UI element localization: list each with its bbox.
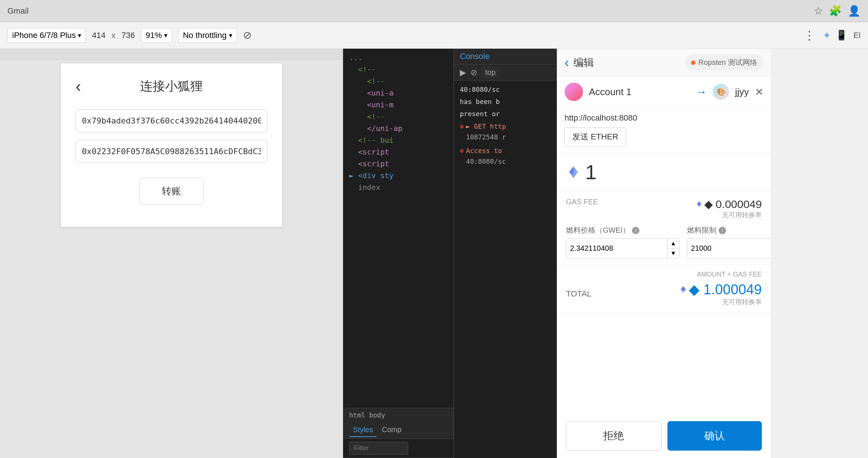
transfer-button[interactable]: 转账: [139, 178, 204, 205]
gmail-tab[interactable]: Gmail: [7, 6, 28, 16]
zoom-chevron-icon: ▾: [164, 31, 167, 39]
fuel-limit-group: 燃料限制 i ▲ ▼: [687, 225, 771, 259]
device-selector[interactable]: iPhone 6/7/8 Plus ▾: [7, 28, 86, 43]
console-header: Console: [454, 49, 557, 65]
fuel-limit-input[interactable]: [687, 239, 771, 258]
gas-eth-icon: [695, 201, 703, 208]
extensions-icon[interactable]: 🧩: [829, 5, 842, 17]
dimensions-x: x: [111, 31, 115, 40]
code-line: <!-- bui: [349, 134, 448, 146]
throttle-chevron-icon: ▾: [229, 31, 232, 39]
console-context[interactable]: top: [482, 67, 499, 78]
metamask-back-btn[interactable]: ‹: [565, 55, 569, 70]
url-section: http://localhost:8080 发送 ETHER: [557, 107, 771, 153]
address-field-2[interactable]: [76, 140, 267, 163]
inspect-icon[interactable]: ⌖: [824, 30, 830, 41]
total-no-rate: 无可用转换率: [679, 298, 762, 306]
devtools-more-options[interactable]: ⋮: [801, 27, 818, 44]
fuel-price-down-btn[interactable]: ▼: [667, 249, 679, 258]
console-error-1: ⊗ ► GET http 10872548 r: [460, 120, 551, 144]
metamask-top-bar: ‹ 编辑 Ropsten 测试网络: [557, 49, 771, 77]
gas-fee-amount: ◆ 0.000049: [695, 198, 762, 211]
gas-no-rate: 无可用转换率: [695, 211, 762, 219]
error-icon-1: ⊗: [460, 121, 464, 143]
device-chevron-icon: ▾: [78, 31, 81, 39]
breadcrumb: html body: [343, 408, 454, 422]
mobile-preview: ‹ 连接小狐狸 转账: [0, 49, 343, 458]
fuel-limit-label: 燃料限制: [687, 225, 716, 235]
code-area: ... <!-- <!-- <uni-a <uni-m <!-- </uni-a…: [343, 49, 454, 408]
send-ether-btn[interactable]: 发送 ETHER: [565, 127, 626, 146]
panel-close-btn[interactable]: ✕: [755, 86, 763, 98]
console-play-btn[interactable]: ▶: [460, 68, 466, 77]
fuel-price-input[interactable]: [566, 239, 667, 258]
tab-styles[interactable]: Styles: [349, 423, 376, 437]
fuel-limit-info-icon[interactable]: i: [719, 227, 726, 234]
tab-computed[interactable]: Comp: [378, 423, 405, 437]
total-label: TOTAL: [566, 289, 591, 299]
to-name: jjyy: [735, 86, 749, 98]
metamask-panel: ‹ 编辑 Ropsten 测试网络 Account 1 → 🎨 jjyy ✕ h…: [557, 49, 771, 458]
code-line: <uni-m: [349, 99, 448, 111]
eth-amount-display: 1: [585, 160, 597, 184]
console-messages: 40:8080/sc has been b present or ⊗ ► GET…: [454, 81, 557, 458]
bookmark-icon[interactable]: ☆: [814, 5, 823, 17]
code-line: <script: [349, 146, 448, 158]
code-line: <!--: [349, 111, 448, 122]
url-display: http://localhost:8080: [565, 113, 763, 123]
console-tab[interactable]: Console: [460, 52, 490, 61]
throttle-label: No throttling: [183, 31, 227, 40]
profile-icon[interactable]: 👤: [848, 5, 861, 17]
styles-filter-input[interactable]: [349, 442, 408, 455]
total-section: AMOUNT + GAS FEE TOTAL ◆ 1.000049 无可用转换率: [557, 265, 771, 313]
ropsten-dot: [691, 60, 695, 65]
reject-button[interactable]: 拒绝: [566, 421, 662, 451]
account-name: Account 1: [589, 86, 689, 98]
to-avatar: 🎨: [713, 84, 729, 100]
code-line: ► <div sty: [349, 170, 448, 181]
action-buttons: 拒绝 确认: [557, 414, 771, 458]
ropsten-badge: Ropsten 测试网络: [685, 55, 763, 70]
amount-gas-label: AMOUNT + GAS FEE: [566, 271, 762, 278]
account-arrow-btn[interactable]: →: [695, 85, 707, 99]
no-cache-icon[interactable]: ⊘: [243, 29, 251, 41]
code-line: index: [349, 181, 448, 193]
console-toolbar: ▶ ⊘ top: [454, 65, 557, 81]
console-block-btn[interactable]: ⊘: [471, 68, 477, 77]
total-amount: ◆ 1.000049: [679, 281, 762, 298]
gas-fee-label: GAS FEE: [566, 198, 598, 206]
throttle-selector[interactable]: No throttling ▾: [178, 28, 237, 43]
from-avatar: [565, 83, 583, 101]
fuel-price-info-icon[interactable]: i: [632, 227, 639, 234]
console-log-2: has been b: [460, 96, 551, 108]
svg-marker-2: [573, 166, 578, 174]
fuel-price-label: 燃料价格（GWEI）: [566, 225, 630, 235]
code-line: </uni-ap: [349, 122, 448, 134]
code-line: <!--: [349, 75, 448, 87]
eth-amount-section: 1: [557, 153, 771, 192]
code-line: <script: [349, 158, 448, 170]
fuel-price-up-btn[interactable]: ▲: [667, 239, 679, 249]
height-value[interactable]: 736: [121, 31, 135, 40]
back-button[interactable]: ‹: [76, 78, 81, 94]
device-toggle-icon[interactable]: 📱: [836, 30, 847, 41]
address-field-1[interactable]: [76, 109, 267, 132]
zoom-selector[interactable]: 91% ▾: [141, 28, 172, 43]
console-error-2: ⊗ Access to 40:8080/sc: [460, 144, 551, 169]
page-title: 连接小狐狸: [140, 78, 203, 95]
error-icon-2: ⊗: [460, 146, 464, 167]
eth-logo-icon: [566, 165, 581, 180]
zoom-label: 91%: [146, 31, 162, 40]
devtools-code-panel: ... <!-- <!-- <uni-a <uni-m <!-- </uni-a…: [343, 49, 454, 458]
width-value[interactable]: 414: [92, 31, 105, 40]
console-log-1: 40:8080/sc: [460, 84, 551, 96]
device-label: iPhone 6/7/8 Plus: [12, 31, 76, 40]
mobile-app-header: ‹ 连接小狐狸: [76, 78, 267, 94]
confirm-button[interactable]: 确认: [667, 421, 762, 451]
console-panel: Console ▶ ⊘ top 40:8080/sc has been b pr…: [454, 49, 557, 458]
total-eth-icon: [679, 285, 687, 294]
console-log-3: present or: [460, 108, 551, 120]
metamask-header-title: 编辑: [573, 56, 681, 70]
code-line: <uni-a: [349, 87, 448, 99]
code-line: ...: [349, 52, 448, 63]
